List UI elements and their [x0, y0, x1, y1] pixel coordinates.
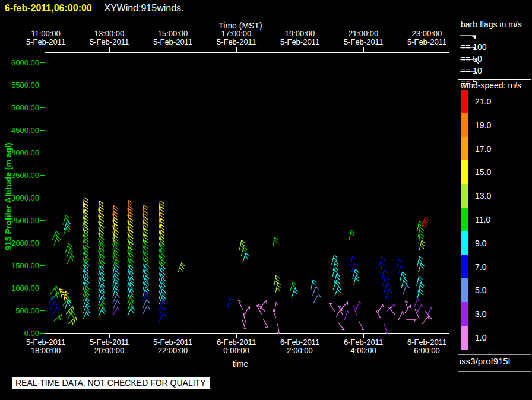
left-axis-tick-label: 0.00	[1, 329, 39, 337]
wind-barb	[397, 259, 403, 269]
wind-barb	[99, 284, 106, 294]
wind-barb	[50, 301, 59, 312]
top-axis-tick	[173, 47, 173, 52]
wind-barb	[159, 295, 166, 306]
wind-barb	[113, 265, 119, 275]
wind-barb	[379, 257, 385, 268]
wind-barb	[239, 300, 245, 310]
wind-barb	[290, 282, 297, 293]
wind-barb	[344, 311, 350, 321]
barb-flag-icon	[460, 43, 480, 53]
wind-barb	[417, 256, 423, 267]
left-axis-tick	[40, 220, 45, 221]
wind-barb	[159, 301, 167, 312]
app-window: 6-feb-2011,06:00:00 XYWind:915winds. Tim…	[0, 0, 532, 400]
wind-barb	[329, 302, 337, 312]
wind-barb	[99, 278, 105, 288]
top-axis-tick	[363, 47, 364, 52]
wind-barb	[403, 285, 410, 296]
wind-barb	[159, 230, 165, 241]
bottom-axis-line	[45, 333, 449, 334]
wind-barb	[99, 225, 104, 236]
wind-barb	[159, 307, 167, 318]
wind-barb	[113, 294, 121, 305]
wind-barb	[142, 240, 149, 251]
wind-barb	[142, 269, 149, 280]
colorbar-label: 1.0	[475, 333, 486, 342]
left-axis-tick-label: 1000.00	[1, 284, 39, 292]
wind-barb	[83, 262, 90, 273]
wind-barb	[128, 236, 134, 246]
colorbar-label: 5.0	[475, 285, 486, 295]
wind-barb	[99, 230, 104, 241]
colorbar-swatch	[461, 137, 468, 161]
wind-barb	[142, 228, 148, 239]
wind-barb	[401, 278, 408, 289]
left-axis-tick-label: 3500.00	[1, 172, 39, 179]
wind-barb	[113, 300, 121, 311]
barb-flag-icon	[460, 66, 480, 77]
left-axis-tick	[40, 310, 45, 311]
wind-barb	[113, 253, 119, 264]
colorbar-label: 11.0	[475, 215, 490, 224]
wind-barb	[113, 288, 119, 299]
wind-barb	[99, 272, 105, 282]
wind-barb	[128, 282, 134, 293]
wind-barb	[384, 282, 391, 293]
wind-barb	[419, 234, 424, 245]
wind-barb	[353, 269, 359, 280]
legend-separator-top	[458, 18, 531, 18]
wind-barb	[83, 304, 91, 315]
wind-barb	[54, 314, 64, 324]
wind-barb	[128, 265, 134, 276]
wind-barb	[422, 316, 430, 325]
left-axis-tick-label: 1500.00	[1, 262, 39, 269]
bottom-axis-tick-label: 5-Feb-201122:00:00	[141, 338, 204, 355]
wind-barb	[128, 277, 135, 288]
barb-legend-row: == 10	[460, 55, 482, 65]
colorbar-label: 21.0	[475, 97, 491, 106]
wind-barb	[99, 301, 106, 312]
wind-barb	[99, 307, 106, 318]
wind-barb	[128, 259, 134, 270]
wind-barb	[64, 221, 71, 231]
wind-barb	[349, 230, 355, 241]
wind-barb	[241, 246, 248, 257]
wind-barb	[54, 236, 61, 247]
wind-barb	[128, 200, 132, 211]
wind-barb	[113, 241, 119, 252]
wind-barb	[113, 229, 119, 240]
wind-barb	[427, 307, 433, 318]
colorbar-swatch	[461, 184, 468, 208]
left-axis-tick	[40, 288, 45, 288]
wind-barb	[405, 300, 410, 310]
wind-barb	[159, 247, 165, 258]
barb-flag-icon	[460, 31, 480, 41]
colorbar-label: 13.0	[475, 191, 491, 201]
wind-barb	[113, 223, 119, 234]
colorbar-swatch	[461, 231, 468, 255]
top-axis-tick	[109, 47, 110, 52]
wind-barb	[83, 221, 89, 231]
wind-barb	[335, 287, 343, 297]
wind-barb	[113, 277, 119, 287]
bottom-axis-tick	[46, 333, 46, 338]
wind-barb	[113, 211, 118, 222]
quality-banner: REAL-TIME DATA, NOT CHECKED FOR QUALITY	[12, 377, 210, 389]
wind-barb	[113, 235, 119, 246]
wind-barb	[128, 288, 135, 299]
wind-barb	[398, 265, 405, 276]
wind-barb	[142, 246, 148, 256]
colorbar-swatch	[461, 302, 468, 326]
wind-barb	[389, 306, 397, 315]
wind-barb	[99, 296, 106, 306]
wind-barb	[83, 245, 90, 255]
wind-barb	[83, 250, 89, 261]
wind-barb	[142, 217, 148, 227]
wind-barb	[113, 282, 120, 293]
colorbar-title: wind-speed: m/s	[461, 81, 521, 90]
wind-barb	[159, 224, 165, 235]
wind-barb	[99, 290, 105, 300]
wind-barb	[83, 209, 89, 220]
wind-barb	[159, 236, 165, 247]
